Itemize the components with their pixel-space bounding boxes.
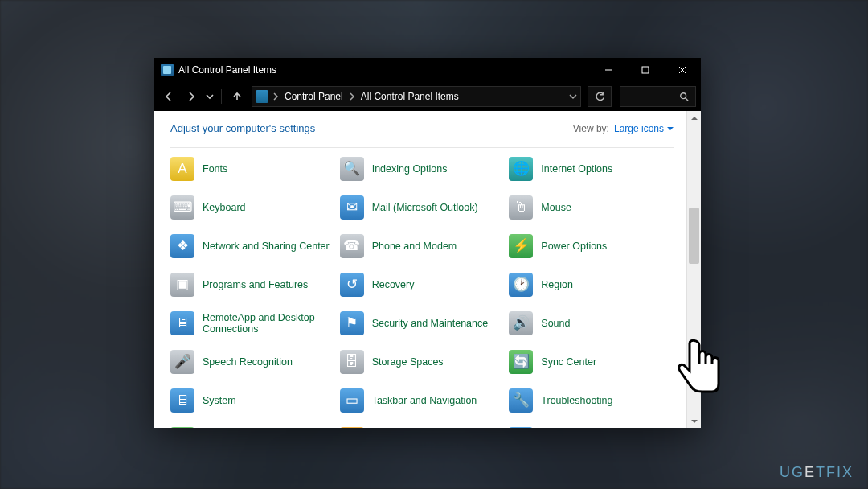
content-header: Adjust your computer's settings View by:… [170,122,674,148]
recent-locations-button[interactable] [204,87,215,106]
search-input[interactable] [620,86,696,107]
search-icon [679,92,689,101]
control-panel-item[interactable]: ✉Mail (Microsoft Outlook) [340,191,505,224]
svg-rect-0 [642,67,649,73]
control-panel-item[interactable]: 🔄Sync Center [509,346,674,378]
network-and-sharing-center-icon: ❖ [170,234,194,258]
item-label: Phone and Modem [372,240,457,252]
storage-spaces-icon: 🗄 [340,350,364,374]
speech-recognition-icon: 🎤 [170,350,194,374]
control-panel-item[interactable]: 🛡Windows Defender Firewall [340,423,505,428]
item-label: Indexing Options [372,163,448,175]
control-panel-item[interactable]: 👤User Accounts [170,423,335,428]
item-label: Fonts [203,163,227,175]
minimize-button[interactable] [590,58,627,82]
control-panel-item[interactable]: AFonts [170,153,335,185]
item-label: Region [541,279,573,290]
scroll-thumb[interactable] [689,208,699,264]
scrollbar[interactable] [686,111,701,428]
programs-and-features-icon: ▣ [170,273,194,297]
item-label: Sync Center [541,356,596,368]
page-title: Adjust your computer's settings [170,122,315,134]
power-options-icon: ⚡ [509,234,533,258]
control-panel-item[interactable]: 🔊Sound [509,307,674,339]
windows-defender-firewall-icon: 🛡 [340,427,364,428]
taskbar-and-navigation-icon: ▭ [340,388,364,413]
control-panel-item[interactable]: ▦Windows Mobility Center [509,423,674,428]
control-panel-item[interactable]: 🖥RemoteApp and Desktop Connections [170,307,335,339]
control-panel-item[interactable]: 🕑Region [509,269,674,301]
chevron-down-icon [667,125,674,132]
control-panel-item[interactable]: ☎Phone and Modem [340,230,505,262]
troubleshooting-icon: 🔧 [509,388,533,413]
scroll-up-button[interactable] [687,111,701,125]
maximize-button[interactable] [627,58,664,82]
item-label: Recovery [372,279,415,290]
control-panel-item[interactable]: ⚡Power Options [509,230,674,262]
address-bar[interactable]: Control Panel All Control Panel Items [252,86,581,107]
chevron-right-icon [348,92,356,101]
item-label: Power Options [541,240,607,252]
control-panel-item[interactable]: ↺Recovery [340,269,505,301]
item-label: Keyboard [203,202,246,213]
scroll-down-button[interactable] [687,414,701,428]
view-by-selector[interactable]: Large icons [614,123,674,134]
view-by-control: View by: Large icons [573,123,674,134]
control-panel-item[interactable]: ▣Programs and Features [170,269,335,301]
control-panel-icon [256,90,268,103]
breadcrumb-root[interactable]: Control Panel [283,91,345,102]
forward-button[interactable] [182,87,201,106]
item-label: Storage Spaces [372,356,444,368]
control-panel-item[interactable]: 🔧Troubleshooting [509,384,674,417]
phone-and-modem-icon: ☎ [340,234,364,258]
titlebar: All Control Panel Items [154,58,701,82]
control-panel-item[interactable]: 🖱Mouse [509,191,674,224]
control-panel-window: All Control Panel Items [154,58,701,428]
items-grid: AFonts🔍Indexing Options🌐Internet Options… [170,153,674,428]
sync-center-icon: 🔄 [509,350,533,374]
toolbar-separator [221,89,222,104]
up-button[interactable] [227,87,247,106]
item-label: Mouse [541,202,571,213]
security-and-maintenance-icon: ⚑ [340,311,364,335]
user-accounts-icon: 👤 [170,427,194,428]
control-panel-item[interactable]: ⚑Security and Maintenance [340,307,505,339]
recovery-icon: ↺ [340,273,364,297]
control-panel-item[interactable]: 🔍Indexing Options [340,153,505,185]
control-panel-item[interactable]: ⌨Keyboard [170,191,335,224]
navigation-toolbar: Control Panel All Control Panel Items [154,82,701,111]
close-button[interactable] [664,58,701,82]
control-panel-icon [161,64,174,76]
indexing-options-icon: 🔍 [340,157,364,181]
watermark: UGETFIX [780,464,854,481]
windows-mobility-center-icon: ▦ [509,427,533,428]
item-label: Troubleshooting [541,395,612,406]
keyboard-icon: ⌨ [170,195,194,220]
region-icon: 🕑 [509,273,533,297]
window-title: All Control Panel Items [178,64,276,76]
item-label: System [203,395,236,406]
breadcrumb-current[interactable]: All Control Panel Items [359,91,461,102]
item-label: Programs and Features [203,279,308,290]
chevron-down-icon[interactable] [569,92,577,101]
control-panel-item[interactable]: 🎤Speech Recognition [170,346,335,378]
chevron-right-icon [272,92,280,101]
item-label: Taskbar and Navigation [372,395,477,406]
item-label: RemoteApp and Desktop Connections [203,312,331,335]
fonts-icon: A [170,157,194,181]
view-by-value: Large icons [614,123,664,134]
control-panel-item[interactable]: 🌐Internet Options [509,153,674,185]
control-panel-item[interactable]: ▭Taskbar and Navigation [340,384,505,417]
control-panel-item[interactable]: 🖥System [170,384,335,417]
mail-microsoft-outlook--icon: ✉ [340,195,364,220]
item-label: Mail (Microsoft Outlook) [372,202,478,213]
refresh-button[interactable] [588,86,612,107]
control-panel-item[interactable]: ❖Network and Sharing Center [170,230,335,262]
view-by-label: View by: [573,123,609,134]
internet-options-icon: 🌐 [509,157,533,181]
back-button[interactable] [159,87,178,106]
control-panel-item[interactable]: 🗄Storage Spaces [340,346,505,378]
item-label: Internet Options [541,163,612,175]
item-label: Security and Maintenance [372,318,489,329]
item-label: Sound [541,318,570,329]
